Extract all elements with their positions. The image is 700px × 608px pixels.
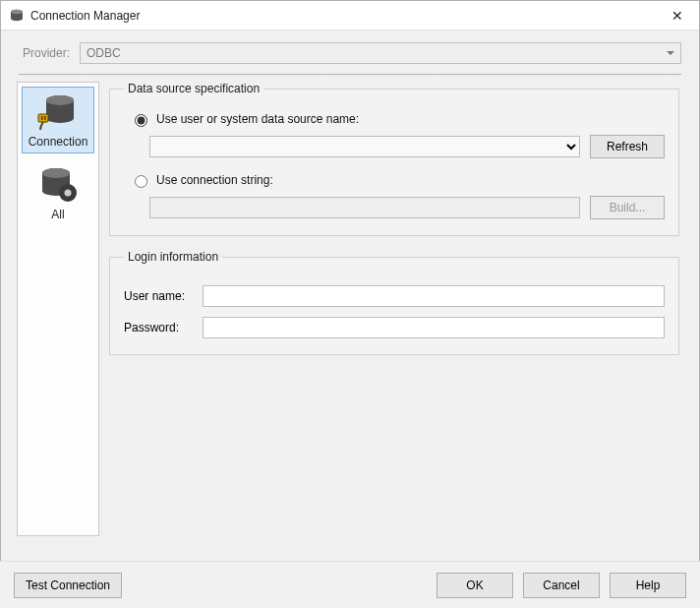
radio-cs-label: Use connection string: <box>156 173 273 187</box>
username-input[interactable] <box>203 285 665 307</box>
test-connection-button[interactable]: Test Connection <box>14 573 122 598</box>
provider-label: Provider: <box>23 46 70 60</box>
svg-rect-4 <box>38 114 48 122</box>
nav-pane: Connection All <box>17 82 99 536</box>
password-label: Password: <box>124 321 195 334</box>
login-group: Login information User name: Password: <box>109 250 679 355</box>
connection-icon <box>34 91 82 133</box>
radio-dsn[interactable] <box>135 114 147 127</box>
nav-item-label: Connection <box>29 135 88 149</box>
provider-select[interactable]: ODBC <box>80 42 681 64</box>
datasource-group: Data source specification Use user or sy… <box>109 82 679 236</box>
radio-cs-row: Use connection string: <box>130 172 665 188</box>
provider-row: Provider: ODBC <box>1 30 699 72</box>
svg-point-11 <box>65 190 72 197</box>
svg-point-8 <box>42 168 70 178</box>
dsn-row: Refresh <box>149 135 665 158</box>
cs-row: Build... <box>149 196 665 219</box>
svg-rect-10 <box>67 183 69 189</box>
username-label: User name: <box>124 289 195 303</box>
radio-connection-string[interactable] <box>135 175 147 188</box>
svg-rect-5 <box>41 116 43 120</box>
datasource-legend: Data source specification <box>124 82 263 95</box>
ok-button[interactable]: OK <box>437 573 513 598</box>
refresh-button[interactable]: Refresh <box>590 135 665 158</box>
nav-item-all[interactable]: All <box>22 159 94 226</box>
nav-item-connection[interactable]: Connection <box>22 87 94 153</box>
build-button[interactable]: Build... <box>590 196 665 219</box>
footer: Test Connection OK Cancel Help <box>0 561 700 608</box>
provider-selected-value: ODBC <box>87 46 121 60</box>
titlebar: Connection Manager ✕ <box>1 1 699 30</box>
all-icon <box>34 164 82 206</box>
password-row: Password: <box>124 317 665 338</box>
dsn-select[interactable] <box>149 136 580 157</box>
close-button[interactable]: ✕ <box>658 2 697 30</box>
svg-point-3 <box>46 95 74 105</box>
help-button[interactable]: Help <box>610 573 686 598</box>
svg-point-1 <box>11 9 23 13</box>
cancel-button[interactable]: Cancel <box>523 573 600 598</box>
main-pane: Data source specification Use user or sy… <box>99 82 683 536</box>
connection-string-input[interactable] <box>149 197 580 218</box>
login-legend: Login information <box>124 250 222 264</box>
close-icon: ✕ <box>671 8 683 24</box>
database-icon <box>9 8 25 24</box>
username-row: User name: <box>124 285 665 307</box>
svg-rect-6 <box>44 116 46 120</box>
password-input[interactable] <box>203 317 665 338</box>
radio-dsn-row: Use user or system data source name: <box>130 111 665 127</box>
body: Connection All Data source specification <box>1 76 699 542</box>
nav-item-label: All <box>51 208 64 221</box>
radio-dsn-label: Use user or system data source name: <box>156 112 359 126</box>
window-title: Connection Manager <box>30 9 658 23</box>
